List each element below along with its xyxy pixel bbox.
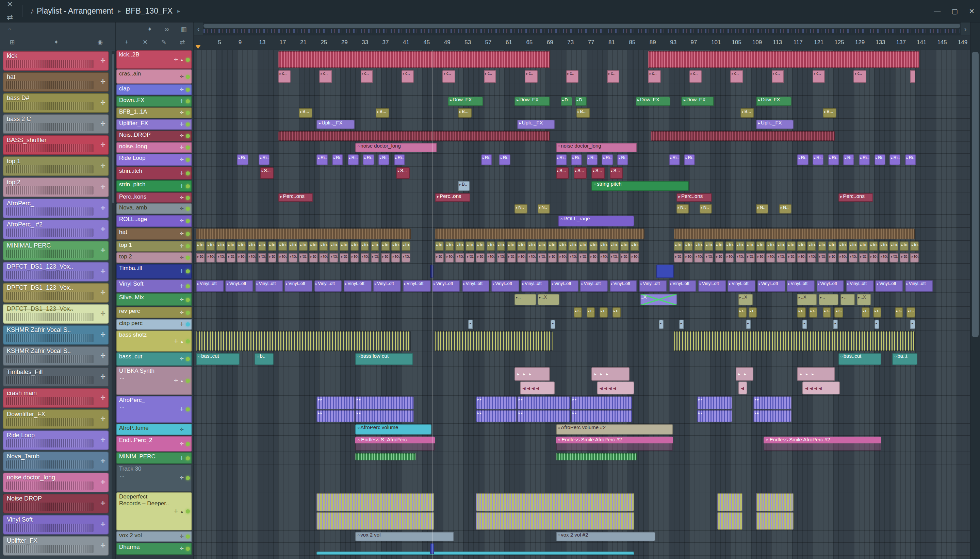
automation-clip[interactable]: ○noise doctor_long <box>355 143 436 152</box>
pattern-clip[interactable]: ▸to.. <box>736 241 745 251</box>
audio-clip[interactable] <box>476 512 635 530</box>
pattern-clip[interactable]: ▸r.. <box>612 308 621 318</box>
audio-clip[interactable] <box>555 453 637 460</box>
sidebar-scrollbar[interactable] <box>112 51 115 559</box>
pattern-clip[interactable]: ▸to.. <box>746 241 755 251</box>
mute-led[interactable] <box>186 184 190 188</box>
pattern-clip[interactable]: ▸Dow..FX <box>756 97 791 106</box>
track-header[interactable]: strin..pitch✛ <box>116 180 192 192</box>
pattern-clip[interactable]: ▸Vinyl..oft <box>669 280 696 292</box>
pattern-clip[interactable]: ▸to.. <box>620 241 629 251</box>
pattern-clip[interactable]: ▸to.. <box>486 241 495 251</box>
pattern-clip[interactable]: ▸to.. <box>319 253 328 263</box>
sample-list-item[interactable]: bass 2 C✛ <box>3 114 109 134</box>
pattern-clip[interactable]: ▸B... <box>741 108 754 117</box>
pattern-clip[interactable]: ▸to.. <box>859 241 868 251</box>
pattern-clip[interactable]: ▸Ri.. <box>617 154 628 165</box>
audio-clip[interactable] <box>674 228 914 239</box>
sample-list-item[interactable]: KSHMR Zafrir Vocal S..✛ <box>3 346 109 366</box>
crossfade-clip[interactable]: ..X <box>640 294 677 305</box>
collapse-arrow-icon[interactable]: ▲ <box>180 379 184 383</box>
pattern-clip[interactable]: ▸Vinyl..oft <box>698 280 726 292</box>
pattern-clip[interactable]: ▸to.. <box>216 253 225 263</box>
pattern-clip[interactable]: ▸.. <box>514 294 536 305</box>
audio-clip[interactable]: ▸▸ <box>697 410 732 422</box>
pattern-clip[interactable]: ▸..X <box>857 294 871 305</box>
pattern-clip[interactable]: ▸to.. <box>569 241 577 251</box>
pattern-clip[interactable]: ▸to.. <box>766 253 775 263</box>
audio-clip[interactable] <box>317 493 434 511</box>
pattern-clip[interactable]: ▸to.. <box>360 253 369 263</box>
pattern-clip[interactable]: ▸to.. <box>808 241 816 251</box>
pattern-clip[interactable]: ▸Ri.. <box>378 154 389 165</box>
pattern-clip[interactable]: ▸to.. <box>350 253 359 263</box>
pattern-icon[interactable]: ✦ <box>144 24 155 35</box>
track-header[interactable]: hat✛ <box>116 228 192 240</box>
pattern-clip[interactable]: ▸S... <box>574 167 587 179</box>
knob-icon[interactable]: ◉ <box>95 37 106 48</box>
sample-list-item[interactable]: Timbales_Fill✛ <box>3 367 109 387</box>
pattern-clip[interactable]: ▸Vinyl..oft <box>905 280 933 292</box>
pattern-clip[interactable]: ▸to.. <box>828 253 837 263</box>
pattern-clip[interactable]: ▸to.. <box>910 241 919 251</box>
pattern-clip[interactable]: ▸D.. <box>575 97 587 106</box>
playback-marker-icon[interactable] <box>195 45 201 49</box>
pattern-clip[interactable]: ▸r.. <box>599 308 608 318</box>
pattern-clip[interactable]: ▸to.. <box>258 241 267 251</box>
pattern-clip[interactable]: ▸to.. <box>391 253 400 263</box>
pattern-clip[interactable]: ▸to.. <box>476 253 485 263</box>
pattern-clip[interactable]: ▸to.. <box>849 241 857 251</box>
audio-clip[interactable]: ▸▸ <box>697 397 732 409</box>
track-header[interactable]: MINIM..PERC✛ <box>116 452 192 464</box>
pattern-clip[interactable]: ▸to.. <box>196 241 205 251</box>
audio-clip[interactable] <box>435 331 552 351</box>
sample-list-item[interactable]: AfroPerc_ #2✛ <box>3 220 109 239</box>
pattern-clip[interactable]: ▸to.. <box>309 253 318 263</box>
mute-led[interactable] <box>186 339 190 343</box>
mute-led[interactable] <box>186 74 190 79</box>
pattern-clip[interactable]: ▸r.. <box>574 308 582 318</box>
audio-clip[interactable] <box>756 493 794 511</box>
mute-led[interactable] <box>186 357 190 361</box>
audio-clip[interactable] <box>355 453 416 460</box>
pattern-clip[interactable]: ▸to.. <box>289 253 297 263</box>
pattern-clip[interactable]: ▸ <box>910 320 915 329</box>
pattern-clip[interactable]: ▸to.. <box>206 241 215 251</box>
pattern-clip[interactable]: ▸Ri.. <box>394 154 405 165</box>
audio-clip[interactable] <box>435 228 645 239</box>
playlist-grid[interactable]: ▸c..▸c..▸c..▸c..▸c..▸c..▸c..▸c..▸c..▸c..… <box>194 50 970 559</box>
mute-led[interactable] <box>186 171 190 175</box>
pattern-clip[interactable]: ▸Ri.. <box>317 154 328 165</box>
pattern-clip[interactable]: ▸to.. <box>869 253 878 263</box>
pattern-clip[interactable]: ▸Vinyl..oft <box>758 280 785 292</box>
pattern-clip[interactable]: ▸r.. <box>895 308 904 318</box>
pattern-clip[interactable]: ▸to.. <box>736 253 745 263</box>
track-header[interactable]: bass shotz✛▲ <box>116 331 192 352</box>
pattern-clip[interactable] <box>317 552 635 555</box>
track-header[interactable]: ROLL..age✛ <box>116 215 192 227</box>
mute-led[interactable] <box>186 232 190 236</box>
pattern-clip[interactable]: ▸to.. <box>360 241 369 251</box>
mute-led[interactable] <box>186 244 190 248</box>
pattern-clip[interactable]: ▸to.. <box>579 253 588 263</box>
pattern-clip[interactable]: ▸to.. <box>725 241 734 251</box>
pattern-clip[interactable]: ▸Vinyl..oft <box>491 280 519 292</box>
mute-led[interactable] <box>186 122 190 126</box>
audio-clip[interactable]: ▸▸ <box>753 410 791 422</box>
track-header[interactable]: Vinyl Soft✛ <box>116 280 192 293</box>
pattern-clip[interactable]: ▸S... <box>592 167 605 179</box>
pattern-clip[interactable]: ▸Ri.. <box>481 154 492 165</box>
pattern-clip[interactable]: ▸r.. <box>835 308 843 318</box>
track-header[interactable]: bass..cut✛ <box>116 352 192 366</box>
pattern-clip[interactable]: ▸ <box>746 320 751 329</box>
audio-clip[interactable] <box>476 493 635 511</box>
pattern-clip[interactable] <box>656 265 674 278</box>
pattern-clip[interactable]: ▸Vinyl..oft <box>728 280 755 292</box>
sample-list-item[interactable]: Noise DROP✛ <box>3 494 109 513</box>
track-header[interactable]: Dharma✛ <box>116 542 192 555</box>
mute-led[interactable] <box>186 534 190 539</box>
pattern-clip[interactable]: ▸Ri.. <box>571 154 582 165</box>
pattern-clip[interactable]: ▸Vinyl..oft <box>196 280 224 292</box>
pattern-clip[interactable]: ▸Ri.. <box>363 154 374 165</box>
grid-icon[interactable]: ⊞ <box>7 37 18 48</box>
